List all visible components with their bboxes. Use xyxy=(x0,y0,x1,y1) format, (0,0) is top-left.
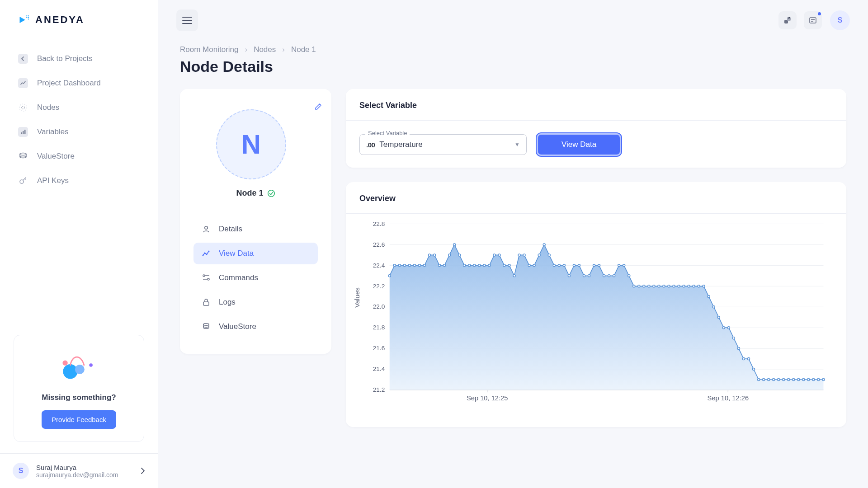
tab-label: Details xyxy=(219,225,242,234)
svg-point-62 xyxy=(443,264,446,267)
svg-point-113 xyxy=(698,285,700,287)
breadcrumb-item[interactable]: Nodes xyxy=(254,45,276,54)
svg-point-69 xyxy=(478,264,481,267)
chevron-right-icon: › xyxy=(245,45,247,54)
svg-point-61 xyxy=(439,264,441,267)
profile-avatar-button[interactable]: S xyxy=(830,10,850,30)
svg-point-55 xyxy=(408,264,410,267)
fullscreen-button[interactable] xyxy=(778,11,797,29)
svg-point-103 xyxy=(648,285,650,287)
svg-point-90 xyxy=(583,275,585,277)
breadcrumb-item[interactable]: Node 1 xyxy=(291,45,316,54)
svg-point-138 xyxy=(822,379,825,381)
sidebar-item-variables[interactable]: Variables xyxy=(0,120,158,144)
svg-point-29 xyxy=(208,278,209,280)
svg-point-65 xyxy=(458,254,461,256)
database-icon xyxy=(18,151,28,161)
card-title: Overview xyxy=(359,194,833,203)
chart[interactable]: Values 21.221.421.621.822.022.222.422.62… xyxy=(359,219,833,409)
svg-text:22.4: 22.4 xyxy=(373,262,385,269)
svg-text:21.8: 21.8 xyxy=(373,324,385,331)
svg-point-137 xyxy=(817,379,820,381)
logo-text: ANEDYA xyxy=(35,14,85,26)
edit-button[interactable] xyxy=(313,103,322,113)
nav-label: Nodes xyxy=(37,103,59,112)
tab-view-data[interactable]: View Data xyxy=(193,243,318,264)
svg-point-25 xyxy=(206,254,208,255)
svg-point-86 xyxy=(563,264,565,267)
svg-point-128 xyxy=(773,379,775,381)
svg-text:Sep 10, 12:25: Sep 10, 12:25 xyxy=(467,394,508,402)
sidebar-item-back-to-projects[interactable]: Back to Projects xyxy=(0,47,158,71)
tab-commands[interactable]: Commands xyxy=(193,267,318,289)
svg-point-32 xyxy=(203,324,209,325)
node-name-row: Node 1 xyxy=(189,188,322,198)
svg-point-111 xyxy=(688,285,690,287)
svg-point-120 xyxy=(732,337,735,339)
breadcrumb-item[interactable]: Room Monitoring xyxy=(180,45,238,54)
svg-point-66 xyxy=(463,264,466,267)
svg-point-127 xyxy=(768,379,770,381)
variable-select[interactable]: Select Variable .00 Temperature ▼ xyxy=(359,134,527,155)
nav-label: API Keys xyxy=(37,176,69,185)
svg-point-110 xyxy=(683,285,685,287)
svg-point-5 xyxy=(22,106,24,109)
user-icon xyxy=(202,225,211,234)
sidebar-item-project-dashboard[interactable]: Project Dashboard xyxy=(0,71,158,95)
view-data-button[interactable]: View Data xyxy=(537,133,621,156)
svg-point-96 xyxy=(613,275,615,277)
sidebar-item-nodes[interactable]: Nodes xyxy=(0,95,158,120)
svg-point-67 xyxy=(468,264,471,267)
svg-point-77 xyxy=(518,254,520,256)
overview-card: Overview Values 21.221.421.621.822.022.2… xyxy=(346,182,846,427)
svg-point-95 xyxy=(608,275,610,277)
user-name: Suraj Maurya xyxy=(36,464,133,471)
user-menu[interactable]: S Suraj Maurya surajmaurya.dev@gmail.com xyxy=(0,453,158,488)
expand-icon xyxy=(783,16,792,24)
svg-point-108 xyxy=(673,285,675,287)
svg-point-105 xyxy=(658,285,660,287)
tab-label: Commands xyxy=(219,273,258,282)
node-avatar: N xyxy=(216,109,286,179)
svg-point-80 xyxy=(533,264,535,267)
svg-point-26 xyxy=(208,251,210,252)
svg-point-2 xyxy=(26,17,27,18)
sidebar-item-api-keys[interactable]: API Keys xyxy=(0,169,158,193)
svg-point-75 xyxy=(508,264,510,267)
svg-point-100 xyxy=(633,285,635,287)
provide-feedback-button[interactable]: Provide Feedback xyxy=(42,410,116,429)
svg-point-125 xyxy=(758,379,760,381)
tab-label: Logs xyxy=(219,298,236,307)
svg-point-119 xyxy=(727,327,730,329)
svg-text:21.2: 21.2 xyxy=(373,386,385,393)
logo[interactable]: ANEDYA xyxy=(0,0,158,38)
nav-label: Back to Projects xyxy=(37,54,93,63)
sidebar: ANEDYA Back to Projects Project Dashboar… xyxy=(0,0,158,488)
tab-label: ValueStore xyxy=(219,322,256,331)
breadcrumb: Room Monitoring › Nodes › Node 1 xyxy=(180,45,846,54)
logo-icon xyxy=(18,14,31,26)
svg-point-53 xyxy=(398,264,401,267)
svg-point-134 xyxy=(802,379,805,381)
svg-point-21 xyxy=(268,190,274,196)
svg-point-64 xyxy=(453,244,456,246)
svg-point-54 xyxy=(403,264,406,267)
svg-point-94 xyxy=(603,275,605,277)
tab-valuestore[interactable]: ValueStore xyxy=(193,316,318,338)
svg-point-118 xyxy=(722,327,725,329)
sidebar-item-valuestore[interactable]: ValueStore xyxy=(0,144,158,169)
svg-text:22.8: 22.8 xyxy=(373,221,385,227)
notification-dot-icon xyxy=(818,12,821,15)
svg-point-97 xyxy=(618,264,620,267)
tab-details[interactable]: Details xyxy=(193,218,318,240)
svg-point-22 xyxy=(205,226,208,229)
svg-point-136 xyxy=(812,379,815,381)
chevron-right-icon: › xyxy=(282,45,285,54)
variables-icon xyxy=(18,127,28,137)
menu-toggle-button[interactable] xyxy=(176,9,198,31)
feedback-illustration xyxy=(57,348,100,384)
svg-text:22.2: 22.2 xyxy=(373,283,385,290)
notifications-button[interactable] xyxy=(804,11,822,29)
tab-logs[interactable]: Logs xyxy=(193,291,318,313)
dashboard-icon xyxy=(18,78,28,88)
